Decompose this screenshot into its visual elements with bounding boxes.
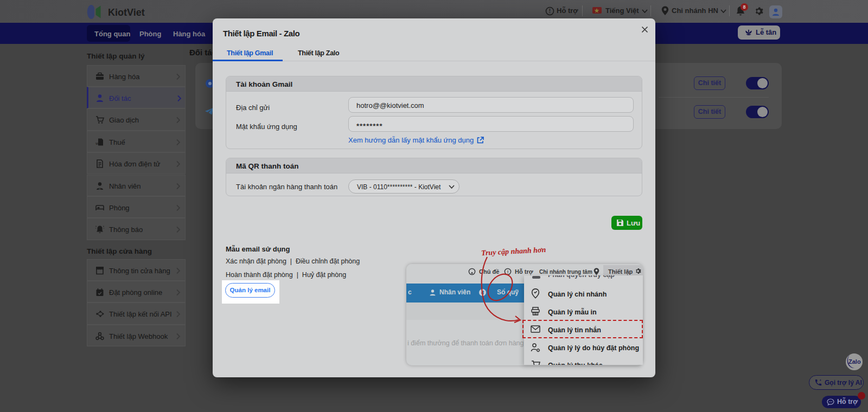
svg-text:!: !	[549, 8, 551, 14]
svg-text:ID: ID	[99, 187, 101, 190]
svg-text:VAT: VAT	[95, 142, 101, 145]
svg-text:KiotViet: KiotViet	[108, 7, 145, 18]
